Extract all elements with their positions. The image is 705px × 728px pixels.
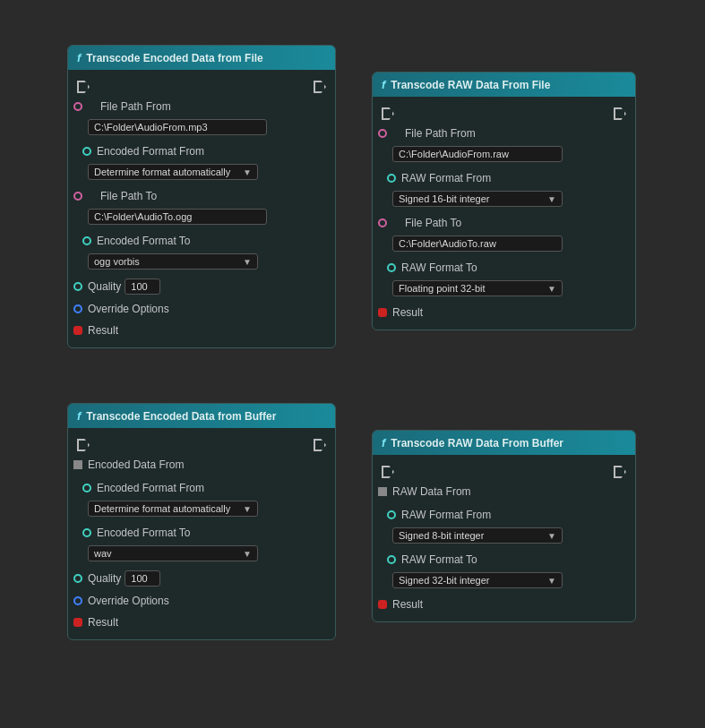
node2-raw-format-from-arrow: ▼ bbox=[547, 194, 556, 204]
node3-title: Transcode Encoded Data from Buffer bbox=[86, 410, 276, 423]
node2-exec-in-pin[interactable] bbox=[382, 107, 394, 120]
node3-result-label: Result bbox=[88, 616, 118, 629]
node1-exec-out-pin[interactable] bbox=[314, 81, 326, 93]
node1-override-options-label: Override Options bbox=[88, 303, 169, 315]
node3-encoded-format-from-row: Encoded Format From bbox=[68, 478, 335, 498]
node3-exec-out-pin[interactable] bbox=[314, 439, 326, 451]
node2-file-path-from-pin[interactable] bbox=[378, 129, 387, 138]
node2-raw-format-to-dropdown[interactable]: Floating point 32-bit ▼ bbox=[392, 280, 563, 296]
node4-raw-format-to-value: Signed 32-bit integer bbox=[399, 575, 490, 586]
node2-raw-format-from-pin[interactable] bbox=[387, 174, 396, 183]
node1-encoded-format-to-label: Encoded Format To bbox=[97, 235, 191, 247]
node2-raw-format-from-label: RAW Format From bbox=[401, 172, 491, 184]
node2-body: File Path From RAW Format From Signed 16… bbox=[373, 97, 635, 330]
node4-raw-format-from-label: RAW Format From bbox=[401, 509, 491, 521]
node4-raw-format-to-dropdown-row: Signed 32-bit integer ▼ bbox=[373, 570, 635, 591]
node1-title: Transcode Encoded Data from File bbox=[86, 52, 262, 64]
node2-file-path-from-input[interactable] bbox=[392, 146, 563, 162]
node3-encoded-format-from-pin[interactable] bbox=[82, 484, 91, 492]
node4-exec-row bbox=[373, 462, 635, 482]
node1-quality-pin[interactable] bbox=[73, 282, 82, 291]
node3-encoded-format-to-value: wav bbox=[94, 548, 112, 559]
node2-raw-format-to-row: RAW Format To bbox=[373, 258, 635, 278]
node1-override-options-pin[interactable] bbox=[73, 304, 82, 313]
node2-raw-format-to-value: Floating point 32-bit bbox=[399, 283, 486, 294]
node1-encoded-format-from-arrow: ▼ bbox=[243, 167, 252, 177]
node3-result-row: Result bbox=[68, 612, 335, 632]
node1-file-path-from-pin[interactable] bbox=[73, 102, 82, 111]
node1-encoded-format-to-dropdown-row: ogg vorbis ▼ bbox=[68, 251, 335, 272]
node1-encoded-format-to-row: Encoded Format To bbox=[68, 231, 335, 251]
node3-encoded-format-from-dropdown-row: Determine format automatically ▼ bbox=[68, 498, 335, 519]
node4-raw-format-to-pin[interactable] bbox=[387, 555, 396, 564]
node4-raw-format-from-pin[interactable] bbox=[387, 510, 396, 519]
node4-raw-format-from-value: Signed 8-bit integer bbox=[399, 530, 484, 541]
node4-raw-format-to-dropdown[interactable]: Signed 32-bit integer ▼ bbox=[392, 572, 563, 588]
node4-title: Transcode RAW Data From Buffer bbox=[391, 437, 563, 450]
node3-override-options-pin[interactable] bbox=[73, 596, 82, 605]
node1-file-path-to-pin[interactable] bbox=[73, 192, 82, 201]
function-icon-3: f bbox=[77, 409, 81, 423]
node2-exec-row bbox=[373, 104, 635, 124]
node4-raw-format-to-row: RAW Format To bbox=[373, 550, 635, 570]
node1-result-pin[interactable] bbox=[73, 326, 82, 335]
node2-file-path-from-input-row bbox=[373, 143, 635, 165]
node1-file-path-to-label: File Path To bbox=[100, 190, 157, 202]
node1-encoded-format-to-dropdown[interactable]: ogg vorbis ▼ bbox=[88, 253, 258, 270]
node3-body: Encoded Data From Encoded Format From De… bbox=[68, 428, 335, 639]
node1-file-path-to-input[interactable] bbox=[88, 209, 267, 225]
node2-file-path-from-label: File Path From bbox=[405, 127, 476, 140]
node3-quality-pin[interactable] bbox=[73, 574, 82, 583]
node3-quality-input[interactable] bbox=[125, 570, 160, 587]
node3-encoded-format-to-pin[interactable] bbox=[82, 528, 91, 537]
node1-exec-in-pin[interactable] bbox=[77, 81, 90, 93]
node1-encoded-format-from-pin[interactable] bbox=[82, 147, 91, 156]
node4-result-row: Result bbox=[373, 595, 635, 614]
node4-raw-format-from-dropdown[interactable]: Signed 8-bit integer ▼ bbox=[392, 527, 563, 544]
node2-result-label: Result bbox=[392, 306, 423, 319]
node3-override-options-label: Override Options bbox=[88, 595, 169, 607]
node2-result-pin[interactable] bbox=[378, 308, 387, 317]
node2-file-path-from-row: File Path From bbox=[373, 124, 635, 143]
node3-encoded-format-from-dropdown[interactable]: Determine format automatically ▼ bbox=[88, 501, 258, 517]
node2-raw-format-from-value: Signed 16-bit integer bbox=[399, 193, 490, 204]
node1-result-label: Result bbox=[88, 324, 118, 337]
node3-encoded-format-from-label: Encoded Format From bbox=[97, 482, 204, 494]
node2-exec-out-pin[interactable] bbox=[614, 107, 626, 120]
node3-quality-label: Quality bbox=[88, 572, 121, 585]
node2-raw-format-from-dropdown[interactable]: Signed 16-bit integer ▼ bbox=[392, 191, 563, 207]
node1-encoded-format-to-value: ogg vorbis bbox=[94, 256, 140, 267]
node2-file-path-to-pin[interactable] bbox=[378, 218, 387, 227]
node4-raw-format-from-dropdown-row: Signed 8-bit integer ▼ bbox=[373, 525, 635, 546]
node4-raw-data-from-label: RAW Data From bbox=[392, 485, 471, 498]
node2-title: Transcode RAW Data From File bbox=[391, 79, 550, 91]
function-icon-2: f bbox=[382, 78, 385, 91]
node4-raw-data-from-pin[interactable] bbox=[378, 487, 387, 496]
node1-exec-row bbox=[68, 77, 335, 97]
node1-encoded-format-to-arrow: ▼ bbox=[243, 257, 252, 267]
node3-encoded-format-to-dropdown[interactable]: wav ▼ bbox=[88, 545, 258, 561]
node1-encoded-format-to-pin[interactable] bbox=[82, 236, 91, 245]
node1-result-row: Result bbox=[68, 321, 335, 340]
node1-body: File Path From Encoded Format From Deter… bbox=[68, 70, 335, 347]
node2-file-path-to-label: File Path To bbox=[405, 217, 461, 229]
node1-encoded-format-from-dropdown[interactable]: Determine format automatically ▼ bbox=[88, 164, 258, 180]
node2-raw-format-from-row: RAW Format From bbox=[373, 168, 635, 188]
node3-encoded-format-from-arrow: ▼ bbox=[243, 504, 252, 514]
node4-exec-out-pin[interactable] bbox=[614, 466, 626, 478]
node3-exec-in-pin[interactable] bbox=[77, 439, 90, 451]
node3-result-pin[interactable] bbox=[73, 618, 82, 627]
node2-raw-format-to-dropdown-row: Floating point 32-bit ▼ bbox=[373, 278, 635, 299]
node-transcode-raw-from-file: f Transcode RAW Data From File File Path… bbox=[372, 72, 636, 330]
node2-raw-format-from-dropdown-row: Signed 16-bit integer ▼ bbox=[373, 188, 635, 210]
node4-raw-data-from-row: RAW Data From bbox=[373, 482, 635, 501]
node2-raw-format-to-pin[interactable] bbox=[387, 263, 396, 272]
node1-quality-row: Quality bbox=[68, 276, 335, 297]
node4-exec-in-pin[interactable] bbox=[382, 466, 394, 478]
node3-encoded-data-from-pin[interactable] bbox=[73, 460, 82, 469]
node2-raw-format-to-label: RAW Format To bbox=[401, 261, 477, 274]
node1-file-path-from-input[interactable] bbox=[88, 119, 267, 135]
node4-result-pin[interactable] bbox=[378, 600, 387, 609]
node2-file-path-to-input[interactable] bbox=[392, 236, 563, 252]
node1-quality-input[interactable] bbox=[125, 278, 160, 295]
